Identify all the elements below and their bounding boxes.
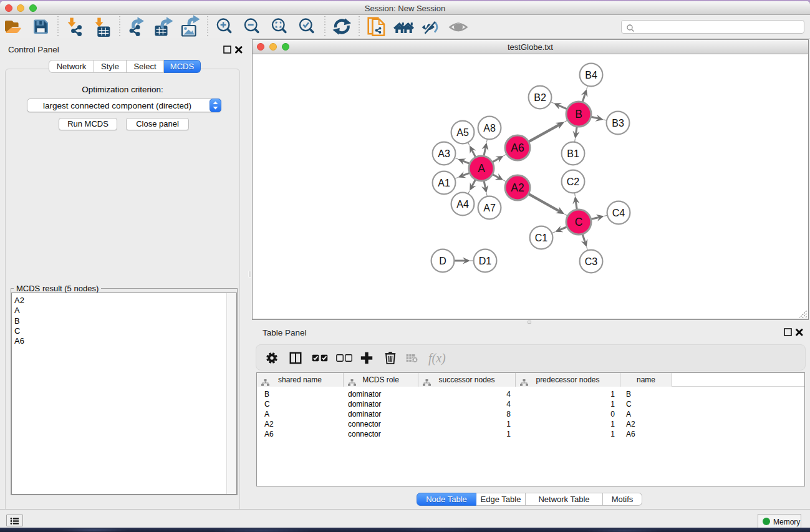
svg-text:C3: C3	[585, 256, 598, 267]
svg-text:A1: A1	[438, 178, 450, 188]
svg-text:B1: B1	[567, 148, 579, 159]
svg-text:A: A	[478, 162, 485, 175]
svg-text:A6: A6	[511, 142, 524, 154]
svg-text:C: C	[575, 216, 583, 228]
svg-text:B2: B2	[534, 92, 546, 103]
svg-text:D: D	[439, 256, 446, 266]
svg-text:C2: C2	[567, 177, 580, 187]
svg-text:D1: D1	[479, 256, 492, 266]
svg-text:f(x): f(x)	[428, 351, 446, 365]
svg-text:C1: C1	[535, 233, 548, 243]
svg-text:A2: A2	[511, 181, 524, 194]
svg-text:B3: B3	[612, 118, 624, 128]
svg-text:C4: C4	[612, 208, 625, 218]
svg-text:B4: B4	[585, 70, 597, 80]
svg-text:A4: A4	[456, 199, 469, 210]
svg-text:A5: A5	[456, 127, 469, 138]
svg-text:A7: A7	[483, 203, 496, 213]
svg-text:A3: A3	[438, 148, 450, 159]
svg-text:B: B	[575, 108, 582, 120]
svg-text:A8: A8	[483, 123, 496, 133]
